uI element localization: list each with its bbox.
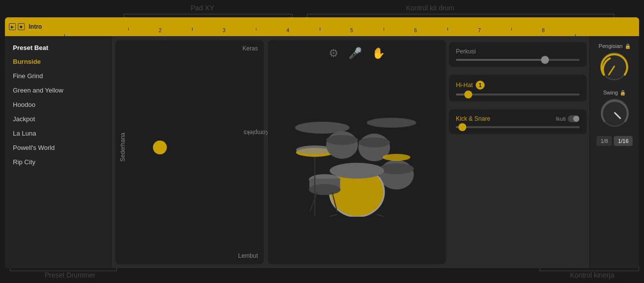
ikuti-toggle-knob <box>573 116 579 122</box>
pengisian-knob[interactable] <box>599 51 630 82</box>
kontrol-kit-drum-annotation: Kontrol kit drum <box>406 4 454 12</box>
ruler-mark-6: 6 <box>384 28 447 34</box>
swing-label: Swing 🔒 <box>603 90 626 95</box>
swing-knob[interactable] <box>599 97 630 128</box>
ruler-mark-5: 5 <box>320 28 384 34</box>
pad-xy-annotation: Pad XY <box>191 4 214 12</box>
ruler-mark-4: 4 <box>256 28 320 34</box>
performance-panel: Pengisian 🔒 Swing <box>590 36 639 268</box>
svg-line-16 <box>330 214 337 217</box>
kicksnare-slider-track[interactable] <box>456 126 580 128</box>
drum-kit-area: ⚙ 🎤 ✋ <box>268 40 446 264</box>
kicksnare-label: Kick & Snare <box>456 115 490 122</box>
svg-point-1 <box>367 118 416 128</box>
xy-pad-label-keras: Keras <box>243 45 258 52</box>
ruler-mark-7: 7 <box>447 28 511 34</box>
sidebar-item-hoodoo[interactable]: Hoodoo <box>5 97 111 112</box>
hihat-title: Hi-Hat 1 <box>456 81 580 90</box>
svg-point-12 <box>330 163 384 179</box>
ikuti-toggle[interactable] <box>568 115 580 122</box>
svg-point-15 <box>309 184 341 195</box>
perkusi-slider-container <box>456 59 580 61</box>
kicksnare-slider-container <box>456 126 580 128</box>
sidebar-item-burnside[interactable]: Burnside <box>5 54 111 69</box>
sidebar-item-la-luna[interactable]: La Luna <box>5 126 111 141</box>
timeline-title: Intro <box>29 23 42 30</box>
hihat-section: Hi-Hat 1 <box>449 75 587 101</box>
play-icon[interactable]: ▶ <box>9 23 16 30</box>
svg-line-18 <box>310 192 317 212</box>
ruler-mark-8: 8 <box>511 28 575 34</box>
microphone-icon[interactable]: 🎤 <box>348 47 362 60</box>
sidebar: Preset Beat Burnside Fine Grind Green an… <box>5 36 111 268</box>
rec-icon[interactable]: ⏺ <box>18 23 25 30</box>
ikuti-label: Ikuti <box>556 115 580 122</box>
timeline-ruler: 2 3 4 5 6 7 8 <box>64 17 639 36</box>
xy-pad-label-kompleks: Kompleks <box>244 129 270 136</box>
ruler-mark-2: 2 <box>128 28 192 34</box>
kontrol-kinerja-annotation: Kontrol kinerja <box>570 271 615 279</box>
sidebar-item-rip-city[interactable]: Rip City <box>5 155 111 169</box>
sidebar-item-fine-grind[interactable]: Fine Grind <box>5 69 111 83</box>
xy-pad[interactable]: Keras Lembut Sederhana Kompleks <box>115 40 264 264</box>
sidebar-section-header: Preset Beat <box>5 41 111 54</box>
timeline: ▶ ⏺ Intro 2 3 4 5 6 7 8 <box>5 17 639 36</box>
perkusi-label: Perkusi <box>456 48 580 55</box>
swing-lock-icon: 🔒 <box>620 90 626 95</box>
quantize-1-8-button[interactable]: 1/8 <box>596 136 612 146</box>
ruler-mark-3: 3 <box>192 28 256 34</box>
sidebar-item-jackpot[interactable]: Jackpot <box>5 112 111 126</box>
xy-pad-label-sederhana: Sederhana <box>119 133 126 162</box>
hihat-slider-container <box>456 94 580 95</box>
pengisian-lock-icon: 🔒 <box>625 44 631 49</box>
xy-pad-dot[interactable] <box>153 141 167 154</box>
svg-point-7 <box>358 138 390 147</box>
xy-pad-label-lembut: Lembut <box>238 252 258 259</box>
preset-drummer-annotation: Preset Drummer <box>45 271 96 279</box>
hihat-label: Hi-Hat <box>456 82 473 89</box>
controls-panel: Perkusi Hi-Hat 1 <box>446 36 590 268</box>
kicksnare-section: Kick & Snare Ikuti <box>449 109 587 134</box>
quantize-buttons: 1/8 1/16 <box>596 136 633 146</box>
svg-point-9 <box>379 163 414 174</box>
svg-point-5 <box>326 135 358 145</box>
swing-knob-container: Swing 🔒 <box>599 90 630 128</box>
svg-point-21 <box>383 154 410 161</box>
svg-line-17 <box>377 214 384 217</box>
hihat-cymbal-icon[interactable]: ⚙ <box>329 47 339 60</box>
drum-kit-svg <box>288 88 426 217</box>
sidebar-item-green-and-yellow[interactable]: Green and Yellow <box>5 83 111 97</box>
perkusi-section: Perkusi <box>449 42 587 67</box>
pengisian-label: Pengisian 🔒 <box>598 43 630 49</box>
drum-kit-icons: ⚙ 🎤 ✋ <box>329 47 385 60</box>
pengisian-knob-container: Pengisian 🔒 <box>598 43 630 82</box>
hihat-slider-track[interactable] <box>456 94 580 95</box>
perkusi-slider-track[interactable] <box>456 59 580 61</box>
kicksnare-title: Kick & Snare Ikuti <box>456 115 580 122</box>
sidebar-item-powells-world[interactable]: Powell's World <box>5 141 111 155</box>
hand-icon[interactable]: ✋ <box>372 47 385 60</box>
quantize-1-16-button[interactable]: 1/16 <box>614 136 632 146</box>
hihat-badge: 1 <box>476 81 485 90</box>
